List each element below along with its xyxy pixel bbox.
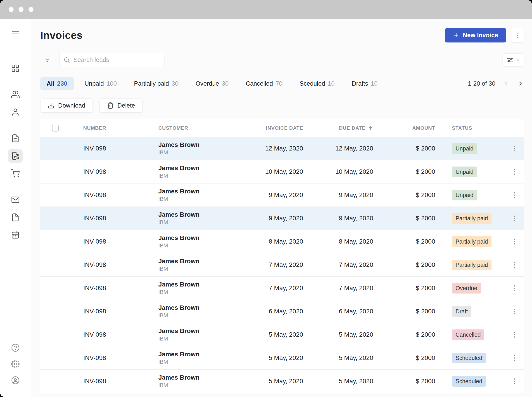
table-row[interactable]: INV-098 James Brown IBM 5 May, 2020 5 Ma… (40, 370, 524, 393)
column-header-invoice-date[interactable]: INVOICE DATE (260, 125, 305, 131)
table-row[interactable]: INV-098 James Brown IBM 10 May, 2020 10 … (40, 160, 524, 183)
kebab-icon (517, 32, 519, 38)
tab-partially-paid[interactable]: Partially paid 30 (127, 77, 185, 90)
invoice-date: 12 May, 2020 (265, 145, 303, 152)
status-badge: Overdue (452, 283, 481, 293)
sidebar-item-invoices[interactable]: $ (8, 149, 23, 163)
tab-label: Cancelled (246, 80, 273, 87)
table-row[interactable]: INV-098 James Brown IBM 8 May, 2020 8 Ma… (40, 230, 524, 253)
header-more-button[interactable] (511, 28, 524, 43)
column-header-amount[interactable]: AMOUNT (375, 125, 436, 131)
dashboard-grid-icon (11, 64, 20, 73)
search-input[interactable] (59, 53, 165, 67)
window-button-zoom[interactable] (28, 7, 33, 12)
tab-all[interactable]: All 230 (40, 77, 74, 90)
sidebar-item-settings[interactable] (8, 357, 23, 371)
gear-icon (11, 360, 20, 368)
tab-count: 30 (172, 80, 178, 87)
invoice-date: 7 May, 2020 (269, 285, 303, 292)
due-date: 9 May, 2020 (339, 191, 373, 198)
customer-name: James Brown (158, 141, 200, 149)
window-button-minimize[interactable] (19, 7, 24, 12)
tab-unpaid[interactable]: Unpaid 100 (78, 77, 123, 90)
tab-label: Unpaid (85, 80, 104, 87)
pagination-prev-button[interactable] (502, 80, 510, 87)
tab-count: 30 (222, 80, 228, 87)
status-badge: Unpaid (452, 190, 477, 200)
amount: $ 2000 (416, 238, 435, 245)
customer-company: IBM (158, 312, 200, 319)
invoice-number: INV-098 (83, 145, 106, 152)
customer-company: IBM (158, 359, 200, 365)
sidebar-item-profile[interactable] (8, 105, 23, 119)
column-header-customer[interactable]: CUSTOMER (156, 125, 260, 131)
status-badge: Unpaid (452, 143, 477, 154)
invoice-date: 7 May, 2020 (269, 261, 303, 268)
column-header-due-date[interactable]: DUE DATE (305, 125, 375, 131)
row-menu-button[interactable] (514, 192, 515, 198)
row-menu-button[interactable] (514, 239, 515, 244)
customer-company: IBM (158, 173, 200, 179)
hamburger-icon (11, 30, 20, 38)
customer-company: IBM (158, 382, 200, 388)
status-badge: Unpaid (452, 167, 477, 177)
sidebar-item-customers[interactable] (8, 88, 23, 101)
amount: $ 2000 (416, 308, 435, 315)
delete-button[interactable]: Delete (100, 99, 142, 112)
view-options-button[interactable] (503, 53, 524, 66)
mail-icon (11, 195, 20, 204)
table-row[interactable]: INV-098 James Brown IBM 9 May, 2020 9 Ma… (40, 207, 524, 230)
sidebar-item-dashboard[interactable] (8, 62, 23, 75)
window-button-close[interactable] (9, 7, 13, 12)
tab-sceduled[interactable]: Sceduled 10 (293, 77, 341, 90)
menu-toggle-button[interactable] (8, 27, 23, 41)
sidebar-item-documents[interactable] (8, 131, 23, 145)
pagination-next-button[interactable] (517, 80, 524, 87)
table-row[interactable]: INV-098 James Brown IBM 7 May, 2020 7 Ma… (40, 253, 524, 277)
table-row[interactable]: INV-098 James Brown IBM 7 May, 2020 7 Ma… (40, 277, 524, 300)
row-menu-button[interactable] (514, 262, 515, 268)
invoice-date: 10 May, 2020 (265, 168, 303, 175)
sidebar-item-account[interactable] (8, 373, 23, 387)
table-row[interactable]: INV-098 James Brown IBM 6 May, 2020 6 Ma… (40, 300, 524, 323)
row-menu-button[interactable] (514, 332, 515, 338)
row-menu-button[interactable] (514, 216, 515, 221)
tab-count: 100 (107, 80, 117, 87)
invoice-date: 5 May, 2020 (269, 378, 303, 385)
table-row[interactable]: INV-098 James Brown IBM 12 May, 2020 12 … (40, 137, 524, 160)
row-menu-button[interactable] (514, 285, 515, 291)
table-row[interactable]: INV-098 James Brown IBM 5 May, 2020 5 Ma… (40, 346, 524, 370)
users-icon (11, 90, 20, 99)
sidebar-item-help[interactable] (8, 341, 23, 354)
table-row[interactable]: INV-098 James Brown IBM 5 May, 2020 5 Ma… (40, 323, 524, 346)
row-menu-button[interactable] (514, 378, 515, 384)
filter-button[interactable] (40, 53, 54, 67)
row-menu-button[interactable] (514, 355, 515, 361)
tab-drafts[interactable]: Drafts 10 (345, 77, 384, 90)
sidebar-item-mail[interactable] (8, 193, 23, 206)
cart-icon (11, 169, 20, 178)
sidebar-item-files[interactable] (8, 211, 23, 224)
filter-icon (44, 56, 51, 64)
tab-label: Overdue (196, 80, 219, 87)
new-invoice-button[interactable]: New Invoice (445, 28, 506, 43)
download-button[interactable]: Download (40, 99, 93, 112)
download-icon (48, 102, 55, 109)
sidebar-item-calendar[interactable] (8, 228, 23, 242)
row-menu-button[interactable] (514, 169, 515, 175)
table-row[interactable]: INV-098 James Brown IBM 9 May, 2020 9 Ma… (40, 183, 524, 207)
select-all-checkbox[interactable] (52, 125, 59, 131)
row-menu-button[interactable] (514, 309, 515, 314)
tab-overdue[interactable]: Overdue 30 (189, 77, 235, 90)
document-icon (11, 134, 20, 143)
sidebar-item-orders[interactable] (8, 167, 23, 180)
tab-cancelled[interactable]: Cancelled 70 (239, 77, 289, 90)
chevron-down-icon (515, 57, 520, 62)
tabs: All 230 Unpaid 100 Partially paid 30 Ove… (40, 77, 384, 90)
column-header-number[interactable]: NUMBER (83, 125, 156, 131)
main-content: Invoices New Invoice (31, 19, 532, 397)
customer-company: IBM (158, 266, 200, 272)
due-date: 7 May, 2020 (339, 261, 373, 268)
row-menu-button[interactable] (514, 146, 515, 151)
column-header-status[interactable]: STATUS (436, 125, 504, 131)
